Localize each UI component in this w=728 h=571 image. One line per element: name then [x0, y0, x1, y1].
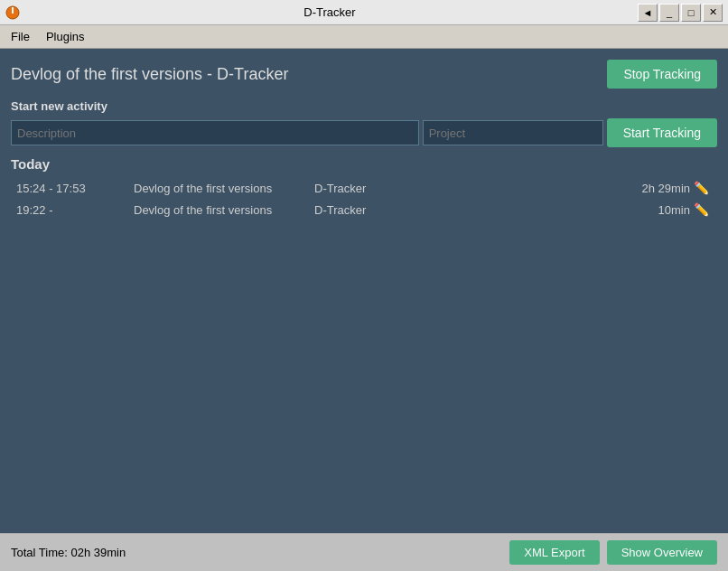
footer: Total Time: 02h 39min XML Export Show Ov… [0, 533, 728, 571]
minimize-button[interactable]: _ [659, 4, 679, 22]
main-content: Devlog of the first versions - D-Tracker… [0, 49, 728, 533]
menu-bar: File Plugins [0, 25, 728, 49]
main-window: D-Tracker ◄ _ □ ✕ File Plugins Devlog of… [0, 0, 728, 571]
activity-description-1: Devlog of the first versions [134, 182, 314, 195]
activity-time-1: 15:24 - 17:53 [16, 182, 134, 195]
today-label: Today [11, 156, 717, 172]
activity-description-2: Devlog of the first versions [134, 203, 314, 217]
footer-buttons: XML Export Show Overview [509, 540, 717, 565]
today-section: Today 15:24 - 17:53 Devlog of the first … [11, 156, 717, 522]
xml-export-button[interactable]: XML Export [509, 540, 599, 565]
table-row: 19:22 - Devlog of the first versions D-T… [11, 199, 717, 220]
activity-time-2: 19:22 - [16, 203, 134, 217]
stop-tracking-button[interactable]: Stop Tracking [607, 60, 717, 89]
app-icon [5, 5, 22, 21]
title-bar: D-Tracker ◄ _ □ ✕ [0, 0, 728, 25]
svg-rect-2 [12, 7, 14, 9]
project-input[interactable] [423, 120, 603, 145]
menu-file[interactable]: File [4, 28, 37, 45]
start-new-label: Start new activity [11, 99, 717, 113]
top-row: Devlog of the first versions - D-Tracker… [11, 60, 717, 89]
table-row: 15:24 - 17:53 Devlog of the first versio… [11, 177, 717, 199]
activity-duration-1: 2h 29min [618, 182, 690, 195]
edit-icon-2[interactable]: ✏️ [690, 202, 712, 217]
menu-plugins[interactable]: Plugins [39, 28, 92, 45]
maximize-button[interactable]: □ [681, 4, 701, 22]
total-time: Total Time: 02h 39min [11, 546, 126, 559]
title-bar-buttons: ◄ _ □ ✕ [638, 4, 723, 22]
edit-icon-1[interactable]: ✏️ [690, 181, 712, 195]
close-button[interactable]: ✕ [703, 4, 723, 22]
activity-duration-2: 10min [618, 203, 690, 217]
activity-input-row: Start Tracking [11, 118, 717, 147]
window-title: D-Tracker [22, 5, 638, 19]
start-new-section: Start new activity Start Tracking [11, 99, 717, 147]
description-input[interactable] [11, 120, 419, 145]
activities-list: 15:24 - 17:53 Devlog of the first versio… [11, 177, 717, 522]
back-button[interactable]: ◄ [638, 4, 658, 22]
start-tracking-button[interactable]: Start Tracking [607, 118, 717, 147]
show-overview-button[interactable]: Show Overview [607, 540, 717, 565]
app-title: Devlog of the first versions - D-Tracker [11, 65, 288, 84]
activity-project-1: D-Tracker [314, 182, 618, 195]
activity-project-2: D-Tracker [314, 203, 618, 217]
